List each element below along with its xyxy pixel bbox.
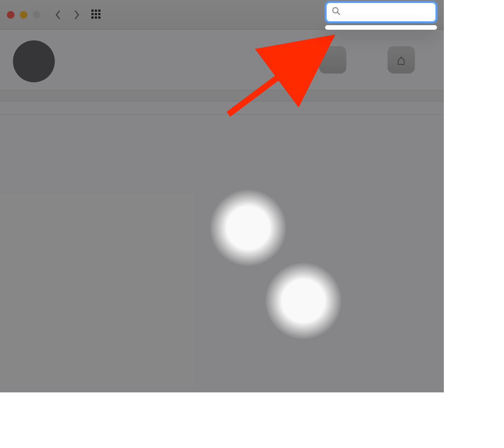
spotlight-keyboard [265, 263, 341, 339]
apple-id-icon [319, 46, 346, 74]
forward-button[interactable] [73, 11, 81, 19]
pane-family-sharing[interactable]: ⌂ [378, 46, 424, 77]
user-avatar[interactable] [13, 40, 55, 82]
search-field[interactable]: ✕ [328, 5, 434, 20]
system-preferences-window: ⌂ ✕ [0, 0, 444, 392]
search-results-dropdown [325, 25, 437, 30]
header-panes: ⌂ [310, 46, 432, 77]
nav-buttons [54, 11, 81, 19]
search-box: ✕ [325, 2, 437, 23]
close-window-button[interactable] [7, 11, 14, 19]
traffic-lights [7, 11, 40, 19]
family-sharing-icon: ⌂ [388, 46, 415, 74]
profile-row: ⌂ [0, 30, 444, 90]
search-input[interactable] [344, 7, 444, 18]
svg-line-1 [337, 12, 340, 14]
update-apple-id-strip [0, 90, 444, 101]
zoom-window-button[interactable] [33, 11, 40, 19]
minimize-window-button[interactable] [20, 11, 27, 19]
search-overlay: ✕ [325, 2, 437, 30]
back-button[interactable] [54, 11, 62, 19]
panes-grid-top [0, 101, 444, 114]
pane-apple-id[interactable] [310, 46, 356, 77]
search-icon [332, 7, 340, 18]
panes-grid-bottom [0, 114, 444, 129]
spotlight-accessibility [210, 190, 286, 266]
show-all-button[interactable] [91, 10, 102, 20]
